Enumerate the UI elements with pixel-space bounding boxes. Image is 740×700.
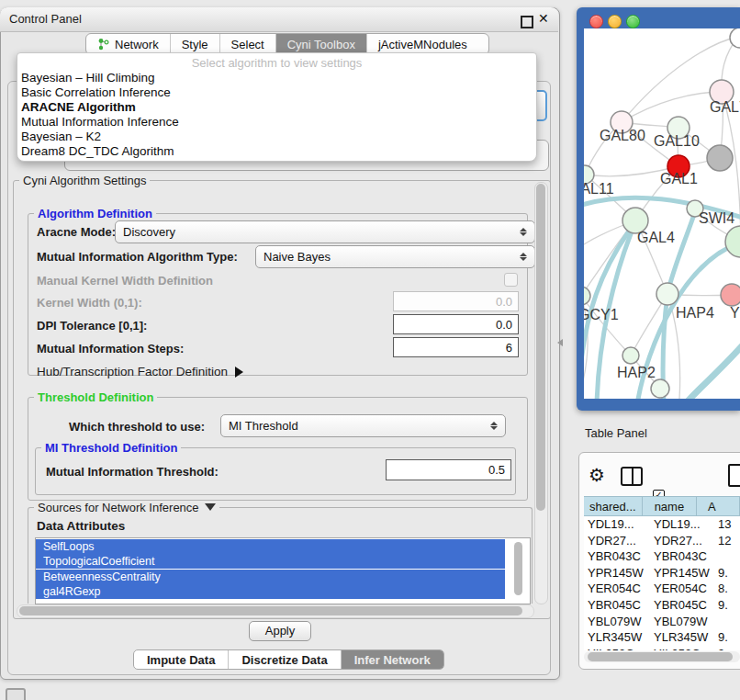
node-gcy1[interactable] <box>584 287 590 305</box>
hub-factor-section-toggle[interactable]: Hub/Transcription Factor Definition <box>37 365 243 378</box>
dropdown-item-selected[interactable]: ARACNE Algorithm <box>17 100 536 115</box>
column-header-name[interactable]: name <box>643 496 697 516</box>
table-header-row: shared... name A <box>584 496 740 516</box>
node-label: GAL4 <box>637 230 675 245</box>
table-row[interactable]: YDR27... YDR27... 12 <box>584 533 740 549</box>
cell-shared-name: YIL052C <box>584 646 650 650</box>
manual-kernel-width-checkbox[interactable] <box>504 273 518 287</box>
mi-algorithm-type-combo[interactable]: Naive Bayes <box>255 245 535 268</box>
mi-steps-label: Mutual Information Steps: <box>37 342 184 356</box>
dropdown-item[interactable]: Bayesian – K2 <box>17 130 536 144</box>
node-gray[interactable] <box>707 145 733 171</box>
cell-name: YBL079W <box>650 614 714 630</box>
node-label: SWI4 <box>699 210 734 226</box>
mi-threshold-field[interactable] <box>386 459 511 480</box>
list-scrollbar-thumb[interactable] <box>514 542 522 595</box>
tab-cyni-toolbox-label: Cyni Toolbox <box>287 38 355 51</box>
threshold-definition-title: Threshold Definition <box>34 390 157 404</box>
column-header-a[interactable]: A <box>697 496 740 516</box>
table-row[interactable]: YIL052C YIL052C 9 <box>584 646 740 650</box>
node-label: GAL80 <box>600 128 645 143</box>
node-label: GAL7 <box>710 99 740 115</box>
table-row[interactable]: YDL19... YDL19... 13 <box>584 516 740 533</box>
which-threshold-combo[interactable]: MI Threshold <box>220 414 506 437</box>
minimized-panel-icon[interactable] <box>6 688 26 700</box>
window-close-traffic-icon[interactable] <box>589 15 603 28</box>
tab-infer-network[interactable]: Infer Network <box>341 650 443 669</box>
dpi-tolerance-label: DPI Tolerance [0,1]: <box>37 319 147 333</box>
dropdown-item[interactable]: Dream8 DC_TDC Algorithm <box>17 144 536 159</box>
list-item-selected[interactable]: gal4RGexp <box>36 584 505 599</box>
combo-spinner-icon <box>519 228 527 236</box>
table-row[interactable]: YBR043C YBR043C <box>584 548 740 565</box>
cell-shared-name: YDR27... <box>584 533 650 549</box>
cell-value: 9. <box>714 565 740 581</box>
aracne-mode-value: Discovery <box>123 225 519 239</box>
node-label: GCY1 <box>584 307 619 322</box>
column-header-shared-name[interactable]: shared... <box>584 496 643 516</box>
table-row[interactable]: YPR145W YPR145W 9. <box>584 565 740 581</box>
settings-hscrollbar-thumb[interactable] <box>19 606 522 615</box>
algorithm-definition-title: Algorithm Definition <box>34 207 156 220</box>
cell-shared-name: YBR045C <box>584 597 650 614</box>
panel-splitter-arrow[interactable] <box>557 339 563 346</box>
table-row[interactable]: YLR345W YLR345W 9. <box>584 629 740 646</box>
aracne-mode-combo[interactable]: Discovery <box>115 220 535 243</box>
dropdown-item[interactable]: Bayesian – Hill Climbing <box>17 71 536 85</box>
apply-button[interactable]: Apply <box>249 621 311 641</box>
algorithm-dropdown-list: Select algorithm to view settings Bayesi… <box>17 52 537 162</box>
node-salmon[interactable] <box>721 284 740 306</box>
table-body: YDL19... YDL19... 13 YDR27... YDR27... 1… <box>584 516 740 650</box>
sources-group-title[interactable]: Sources for Network Inference <box>34 501 219 514</box>
tab-impute-data[interactable]: Impute Data <box>134 650 228 669</box>
tab-select[interactable]: Select <box>219 34 275 54</box>
list-item-selected[interactable]: BetweennessCentrality <box>36 570 505 584</box>
table-row[interactable]: YBL079W YBL079W <box>584 614 740 630</box>
list-item-selected[interactable]: SelfLoops <box>36 539 505 554</box>
gear-icon[interactable]: ⚙ <box>589 464 605 486</box>
cell-name: YER054C <box>650 581 714 597</box>
tab-discretize-data[interactable]: Discretize Data <box>228 650 340 669</box>
expanded-arrow-icon <box>205 503 216 511</box>
list-item-selected[interactable]: TopologicalCoefficient <box>36 554 505 569</box>
tab-style[interactable]: Style <box>170 34 219 54</box>
cell-value: 8. <box>714 581 740 597</box>
node-hap4[interactable] <box>656 283 678 305</box>
combo-spinner-icon <box>519 253 527 261</box>
tab-cyni-toolbox[interactable]: Cyni Toolbox <box>275 34 366 54</box>
network-graph: GAL7 GAL80 GAL10 GAL1 GAL11 SWI4 GAL4 GC… <box>584 28 740 399</box>
table-row[interactable]: YBR045C YBR045C 9. <box>584 597 740 614</box>
data-attributes-list: SelfLoops TopologicalCoefficient Between… <box>35 537 531 604</box>
close-icon[interactable]: ✕ <box>538 11 549 26</box>
tab-network[interactable]: Network <box>86 34 170 54</box>
window-zoom-traffic-icon[interactable] <box>626 15 640 28</box>
float-window-icon[interactable] <box>521 16 533 28</box>
node-label: HAP4 <box>676 305 714 321</box>
dpi-tolerance-field[interactable] <box>393 314 519 334</box>
mi-steps-field[interactable] <box>393 337 519 357</box>
node-hap2[interactable] <box>622 347 639 364</box>
window-minimize-traffic-icon[interactable] <box>608 15 622 28</box>
network-canvas[interactable]: GAL7 GAL80 GAL10 GAL1 GAL11 SWI4 GAL4 GC… <box>584 28 740 399</box>
document-icon[interactable] <box>728 464 740 487</box>
network-tree-icon <box>97 38 109 51</box>
cell-name: YBR045C <box>650 597 714 614</box>
node-unlabeled[interactable] <box>730 28 740 48</box>
table-hscrollbar-thumb[interactable] <box>588 652 733 661</box>
kernel-width-field[interactable] <box>393 291 519 311</box>
cell-value <box>714 548 740 565</box>
data-attributes-label: Data Attributes <box>37 519 125 533</box>
node-unlabeled[interactable] <box>725 226 740 257</box>
cell-value: 13 <box>714 516 740 533</box>
settings-vscrollbar-thumb[interactable] <box>536 184 545 511</box>
cell-value <box>714 614 740 630</box>
node-label: GAL10 <box>654 133 700 149</box>
cell-shared-name: YPR145W <box>584 565 650 581</box>
dropdown-item[interactable]: Basic Correlation Inference <box>17 85 536 100</box>
table-row[interactable]: YER054C YER054C 8. <box>584 581 740 597</box>
tab-jactivemnodules[interactable]: jActiveMNodules <box>366 34 478 54</box>
tab-network-label: Network <box>115 38 159 51</box>
node-unlabeled[interactable] <box>651 379 669 398</box>
columns-icon[interactable] <box>621 467 643 486</box>
dropdown-item[interactable]: Mutual Information Inference <box>17 115 536 130</box>
